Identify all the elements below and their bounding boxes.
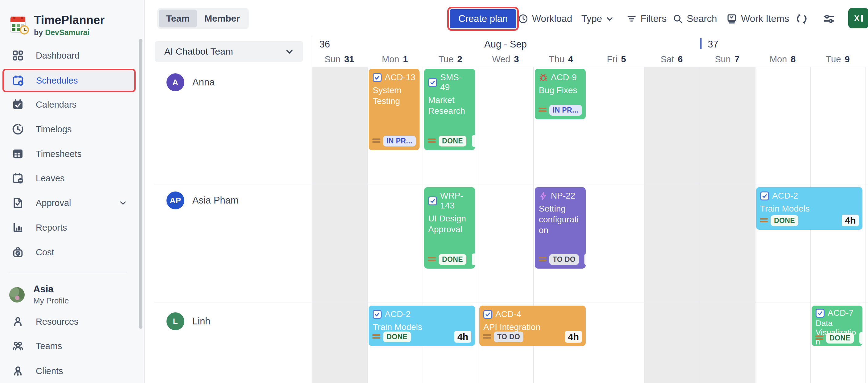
week-number: 36 <box>319 39 330 50</box>
priority-medium-icon <box>428 138 436 144</box>
hours-badge: 4h <box>842 215 859 226</box>
member-row-linh[interactable]: L Linh <box>166 313 211 330</box>
search-button[interactable]: Search <box>673 9 717 28</box>
sidebar-item-label: Approval <box>36 198 71 208</box>
sidebar-item-calendars[interactable]: Calendars <box>2 95 135 114</box>
sidebar-item-timelogs[interactable]: Timelogs <box>2 119 135 139</box>
type-dropdown[interactable]: Type <box>581 9 614 28</box>
sidebar-item-approval[interactable]: Approval <box>2 193 135 213</box>
status-badge: DONE <box>383 331 411 342</box>
day-header: Sun31 <box>312 53 367 65</box>
excel-icon: X <box>852 11 865 25</box>
task-card[interactable]: ACD-2 Train Models DONE4h <box>369 305 475 346</box>
sidebar-item-reports[interactable]: Reports <box>2 218 135 237</box>
grid-line <box>478 67 478 383</box>
type-label: Type <box>581 13 602 24</box>
sidebar-item-label: Calendars <box>36 99 76 110</box>
calendar-clock-logo-icon <box>9 15 29 34</box>
task-checkbox-icon <box>373 73 381 82</box>
filters-button[interactable]: Filters <box>626 9 666 28</box>
team-selector-dropdown[interactable]: AI Chatbot Team <box>155 41 303 62</box>
bug-icon <box>539 73 548 82</box>
status-badge: TO DO <box>549 254 579 265</box>
sidebar-item-dashboard[interactable]: Dashboard <box>2 46 135 65</box>
timeplanner-app: TimePlanner by DevSamurai Dashboard Sche… <box>0 0 868 383</box>
task-checkbox-icon <box>428 78 437 87</box>
sidebar-item-label: Reports <box>36 223 67 233</box>
filters-label: Filters <box>641 13 666 24</box>
sidebar-item-schedules[interactable]: Schedules <box>2 69 135 92</box>
task-card[interactable]: ACD-9 Bug Fixes IN PR...5h <box>535 69 586 119</box>
day-header: Tue2 <box>423 53 478 65</box>
status-badge: IN PR... <box>549 105 582 116</box>
task-key: WRP-143 <box>440 191 471 211</box>
task-card[interactable]: SMS-49 Market Research DONE8h <box>424 69 475 150</box>
task-key: ACD-7 <box>828 308 854 318</box>
weekend-column <box>644 67 700 383</box>
sidebar-item-clients[interactable]: Clients <box>2 361 135 381</box>
sidebar-scrollbar[interactable] <box>139 39 143 329</box>
leaves-calendar-minus-icon <box>12 172 24 184</box>
task-checkbox-icon <box>760 192 769 201</box>
team-selector-value: AI Chatbot Team <box>164 46 233 57</box>
day-header: Sat6 <box>644 53 700 65</box>
chevron-down-icon <box>119 199 127 207</box>
sidebar-item-timesheets[interactable]: Timesheets <box>2 144 135 164</box>
sidebar-item-label: Leaves <box>36 173 65 183</box>
grid-line <box>312 36 312 383</box>
sidebar-item-label: Dashboard <box>36 51 80 61</box>
profile-entry[interactable]: Asia My Profile <box>9 284 69 305</box>
member-row-anna[interactable]: A Anna <box>166 73 215 91</box>
priority-medium-icon <box>815 335 823 341</box>
task-key: ACD-2 <box>772 191 798 201</box>
day-header: Wed3 <box>478 53 533 65</box>
priority-medium-icon <box>760 217 768 224</box>
day-header: Tue9 <box>810 53 866 65</box>
grid-line <box>589 67 589 383</box>
priority-medium-icon <box>538 107 547 113</box>
sidebar-item-label: Teams <box>36 341 62 351</box>
sidebar-item-label: Clients <box>36 366 63 376</box>
avatar: AP <box>166 192 184 209</box>
task-card[interactable]: ACD-2 Train Models DONE4h <box>756 187 863 230</box>
grid-line <box>755 67 755 383</box>
sync-button[interactable] <box>795 9 808 28</box>
day-header: Thu4 <box>533 53 589 65</box>
chevron-down-icon <box>606 15 614 23</box>
sidebar-item-leaves[interactable]: Leaves <box>2 168 135 188</box>
hours-badge: 8h <box>472 254 475 265</box>
task-checkbox-icon <box>815 309 825 318</box>
task-key: ACD-13 <box>385 72 415 82</box>
create-plan-button[interactable]: Create plan <box>450 9 516 28</box>
task-card[interactable]: WRP-143 UI Design Approval DONE8h <box>424 187 475 269</box>
excel-export-button[interactable]: X <box>848 8 868 28</box>
hours-badge: 8h <box>584 254 586 265</box>
task-card[interactable]: ACD-4 API Integration TO DO4h <box>479 305 586 346</box>
task-card[interactable]: ACD-7 Data Visualization DONE4h <box>812 305 863 346</box>
task-card[interactable]: ACD-13 System Testing IN PR...8h <box>369 69 420 150</box>
svg-text:$: $ <box>17 251 19 255</box>
sidebar-item-teams[interactable]: Teams <box>2 336 135 356</box>
svg-text:X: X <box>854 14 859 23</box>
sidebar-item-label: Timelogs <box>36 124 72 135</box>
priority-medium-icon <box>372 334 380 340</box>
clients-person-tie-icon <box>12 365 24 377</box>
task-card[interactable]: NP-22 Setting configuration TO DO8h <box>535 187 586 269</box>
sidebar-item-cost[interactable]: $ Cost <box>2 242 135 262</box>
sidebar-item-resources[interactable]: Resources <box>2 312 135 331</box>
priority-medium-icon <box>538 256 547 262</box>
grid-line <box>700 67 700 383</box>
status-badge: DONE <box>439 136 466 146</box>
resources-person-icon <box>12 316 24 328</box>
workload-label: Workload <box>532 13 572 24</box>
view-toggle-team[interactable]: Team <box>159 9 197 27</box>
work-items-button[interactable]: Work Items <box>726 9 789 28</box>
workload-button[interactable]: Workload <box>518 9 572 28</box>
view-toggle-member[interactable]: Member <box>197 9 247 27</box>
refresh-icon <box>795 12 808 25</box>
member-row-asia-pham[interactable]: AP Asia Pham <box>166 192 239 209</box>
task-title: Bug Fixes <box>539 85 582 96</box>
priority-medium-icon <box>483 334 491 340</box>
display-settings-button[interactable] <box>823 9 835 28</box>
reports-bar-chart-icon <box>12 222 24 234</box>
